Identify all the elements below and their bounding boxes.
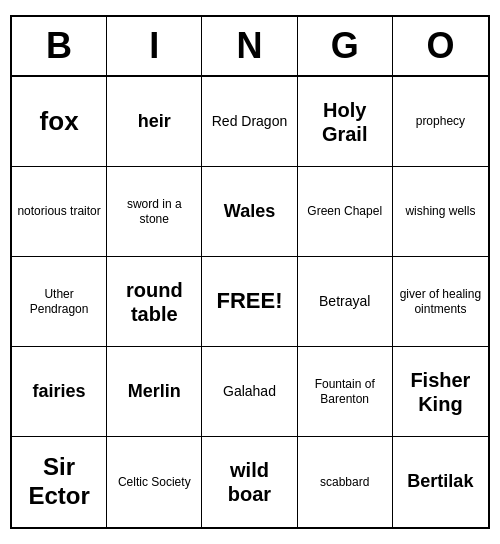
bingo-cell-13[interactable]: Betrayal bbox=[298, 257, 393, 347]
bingo-cell-11[interactable]: round table bbox=[107, 257, 202, 347]
bingo-cell-1[interactable]: heir bbox=[107, 77, 202, 167]
bingo-cell-24[interactable]: Bertilak bbox=[393, 437, 488, 527]
bingo-cell-3[interactable]: Holy Grail bbox=[298, 77, 393, 167]
bingo-grid: foxheirRed DragonHoly Grailprophecynotor… bbox=[12, 77, 488, 527]
bingo-cell-4[interactable]: prophecy bbox=[393, 77, 488, 167]
bingo-header: B I N G O bbox=[12, 17, 488, 77]
bingo-cell-19[interactable]: Fisher King bbox=[393, 347, 488, 437]
header-i: I bbox=[107, 17, 202, 75]
bingo-cell-20[interactable]: Sir Ector bbox=[12, 437, 107, 527]
bingo-cell-22[interactable]: wild boar bbox=[202, 437, 297, 527]
bingo-cell-2[interactable]: Red Dragon bbox=[202, 77, 297, 167]
bingo-cell-17[interactable]: Galahad bbox=[202, 347, 297, 437]
bingo-cell-8[interactable]: Green Chapel bbox=[298, 167, 393, 257]
bingo-cell-21[interactable]: Celtic Society bbox=[107, 437, 202, 527]
bingo-cell-10[interactable]: Uther Pendragon bbox=[12, 257, 107, 347]
header-g: G bbox=[298, 17, 393, 75]
bingo-cell-5[interactable]: notorious traitor bbox=[12, 167, 107, 257]
bingo-cell-6[interactable]: sword in a stone bbox=[107, 167, 202, 257]
bingo-cell-12[interactable]: FREE! bbox=[202, 257, 297, 347]
bingo-cell-16[interactable]: Merlin bbox=[107, 347, 202, 437]
bingo-card: B I N G O foxheirRed DragonHoly Grailpro… bbox=[10, 15, 490, 529]
bingo-cell-18[interactable]: Fountain of Barenton bbox=[298, 347, 393, 437]
bingo-cell-9[interactable]: wishing wells bbox=[393, 167, 488, 257]
bingo-cell-14[interactable]: giver of healing ointments bbox=[393, 257, 488, 347]
header-n: N bbox=[202, 17, 297, 75]
bingo-cell-0[interactable]: fox bbox=[12, 77, 107, 167]
bingo-cell-15[interactable]: fairies bbox=[12, 347, 107, 437]
header-o: O bbox=[393, 17, 488, 75]
header-b: B bbox=[12, 17, 107, 75]
bingo-cell-7[interactable]: Wales bbox=[202, 167, 297, 257]
bingo-cell-23[interactable]: scabbard bbox=[298, 437, 393, 527]
